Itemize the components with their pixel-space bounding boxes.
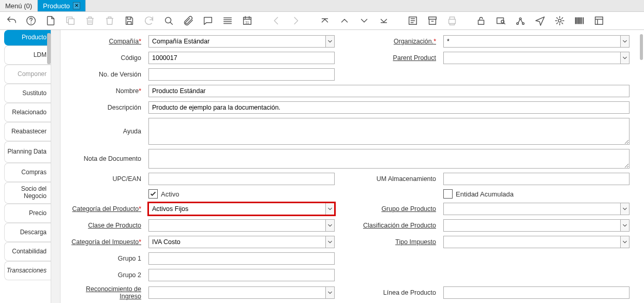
cat-prod-input[interactable] [148, 203, 325, 215]
list-icon[interactable] [220, 13, 235, 28]
save-icon[interactable] [122, 13, 137, 28]
undo-icon[interactable] [4, 13, 19, 28]
clase-prod-input[interactable] [148, 219, 325, 232]
no-version-input[interactable] [148, 68, 335, 81]
ent-acum-checkbox[interactable] [443, 189, 453, 199]
cat-imp-input[interactable] [148, 236, 325, 248]
chevron-down-icon[interactable] [620, 52, 630, 64]
grupo-prod-input[interactable] [443, 203, 620, 215]
trash-icon[interactable] [102, 13, 117, 28]
sidebar-item-precio[interactable]: Precio [4, 204, 51, 223]
archive-icon[interactable] [425, 13, 440, 28]
compania-combo[interactable] [148, 35, 335, 48]
content-scrollbar[interactable] [640, 34, 643, 60]
first-icon[interactable] [318, 13, 332, 28]
recon-ingreso-combo[interactable] [148, 286, 335, 299]
up-icon[interactable] [337, 13, 352, 28]
sidebar-item-compras[interactable]: Compras [4, 163, 51, 182]
tipo-imp-input[interactable] [443, 236, 620, 248]
sidebar-item-reabastecer[interactable]: Reabastecer [4, 122, 51, 141]
barcode-icon[interactable] [572, 13, 587, 28]
label-ent-acum: Entidad Acumulada [456, 190, 514, 198]
attachment-icon[interactable] [181, 13, 196, 28]
delete-icon[interactable] [83, 13, 97, 28]
sidebar-scrollbar[interactable] [47, 33, 51, 64]
nota-doc-textarea[interactable] [148, 149, 630, 169]
help-icon[interactable] [24, 13, 38, 28]
close-icon[interactable]: ✕ [73, 2, 80, 9]
report-icon[interactable] [406, 13, 420, 28]
print-icon[interactable] [445, 13, 459, 28]
sidebar-item-relacionado[interactable]: Relacionado [4, 103, 51, 122]
sidebar-item-descarga[interactable]: Descarga [4, 223, 51, 242]
label-grupo1: Grupo 1 [66, 255, 143, 262]
sidebar-item-transacciones[interactable]: Transacciones [4, 261, 51, 280]
next-icon[interactable] [289, 13, 303, 28]
tab-producto-label: Producto [43, 2, 70, 10]
compania-input[interactable] [148, 35, 325, 48]
activo-checkbox[interactable] [148, 189, 158, 199]
cat-prod-combo[interactable] [148, 203, 335, 215]
label-grupo-prod: Grupo de Producto [340, 205, 438, 213]
chevron-down-icon[interactable] [325, 236, 335, 248]
cat-imp-combo[interactable] [148, 236, 335, 248]
chevron-down-icon[interactable] [620, 35, 630, 48]
chevron-down-icon[interactable] [325, 286, 335, 299]
chevron-down-icon[interactable] [325, 35, 335, 48]
organizacion-combo[interactable] [443, 35, 630, 48]
chevron-down-icon[interactable] [620, 236, 630, 248]
refresh-icon[interactable] [142, 13, 156, 28]
workflow-icon[interactable] [513, 13, 528, 28]
prev-icon[interactable] [269, 13, 283, 28]
parent-product-input[interactable] [443, 52, 620, 64]
label-ayuda: Ayuda [66, 128, 143, 135]
svg-rect-15 [595, 17, 603, 25]
sidebar-item-ldm[interactable]: LDM [4, 46, 51, 65]
parent-product-combo[interactable] [443, 52, 630, 64]
form-icon[interactable] [592, 13, 606, 28]
tipo-imp-combo[interactable] [443, 236, 630, 248]
ayuda-textarea[interactable] [148, 118, 630, 145]
linea-prod-input[interactable] [443, 286, 630, 299]
gear-icon[interactable] [552, 13, 567, 28]
upc-input[interactable] [148, 173, 335, 185]
tab-menu[interactable]: Menú (0) [0, 0, 38, 11]
chevron-down-icon[interactable] [325, 203, 335, 215]
chat-icon[interactable] [201, 13, 215, 28]
sidebar-item-sustituto[interactable]: Sustituto [4, 84, 51, 103]
clasif-prod-input[interactable] [443, 219, 620, 232]
clasif-prod-combo[interactable] [443, 219, 630, 232]
new-icon[interactable] [43, 13, 58, 28]
copy-icon[interactable] [63, 13, 78, 28]
nombre-input[interactable] [148, 85, 630, 97]
down-icon[interactable] [357, 13, 371, 28]
search-icon[interactable] [161, 13, 176, 28]
label-nota-doc: Nota de Documento [66, 155, 143, 162]
tab-producto[interactable]: Producto ✕ [38, 0, 86, 11]
chevron-down-icon[interactable] [325, 219, 335, 232]
svg-point-14 [558, 19, 561, 22]
calendar-icon[interactable]: 31 [240, 13, 254, 28]
chevron-down-icon[interactable] [620, 203, 630, 215]
sidebar-item-producto[interactable]: Producto [4, 30, 51, 46]
recon-ingreso-input[interactable] [148, 286, 325, 299]
last-icon[interactable] [377, 13, 391, 28]
sidebar-item-contabilidad[interactable]: Contabilidad [4, 242, 51, 261]
sidebar-item-componer[interactable]: Componer [4, 65, 51, 84]
um-alm-input[interactable] [443, 173, 630, 185]
send-icon[interactable] [533, 13, 547, 28]
grupo-prod-combo[interactable] [443, 203, 630, 215]
codigo-input[interactable] [148, 52, 335, 64]
sidebar-item-socio[interactable]: Socio del Negocio [4, 182, 51, 204]
lock-icon[interactable] [474, 13, 488, 28]
label-clasif-prod: Clasificación de Producto [340, 222, 438, 229]
label-activo: Activo [161, 190, 179, 198]
grupo2-input[interactable] [148, 269, 335, 281]
organizacion-input[interactable] [443, 35, 620, 48]
chevron-down-icon[interactable] [620, 219, 630, 232]
clase-prod-combo[interactable] [148, 219, 335, 232]
zoom-icon[interactable] [493, 13, 508, 28]
sidebar-item-planning[interactable]: Planning Data [4, 141, 51, 163]
grupo1-input[interactable] [148, 252, 335, 265]
descripcion-input[interactable] [148, 101, 630, 114]
